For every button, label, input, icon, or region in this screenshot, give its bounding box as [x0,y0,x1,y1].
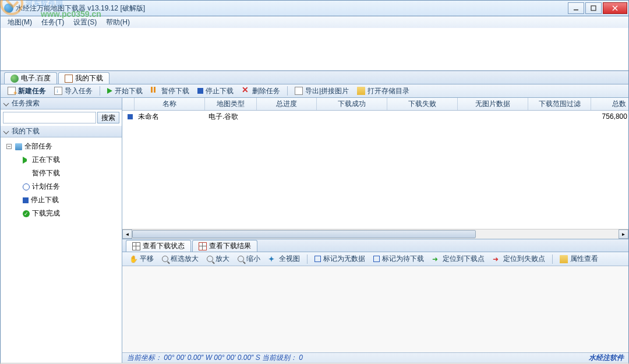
minimize-button[interactable] [568,2,584,14]
collapse-icon[interactable]: − [6,144,12,149]
delete-task-button[interactable]: ✕删除任务 [238,85,284,97]
search-button[interactable]: 搜索 [97,112,119,123]
check-icon: ✓ [23,210,30,217]
goto-download-button[interactable]: ➜定位到下载点 [429,253,488,265]
scroll-thumb[interactable] [132,230,476,238]
goto-fail-button[interactable]: ➜定位到失败点 [489,253,549,265]
mark-nodata-button[interactable]: 标记为无数据 [311,253,369,265]
export-stitch-button[interactable]: 导出|拼接图片 [291,85,352,97]
stop-download-button[interactable]: 停止下载 [194,85,237,97]
tab-download-status[interactable]: 查看下载状态 [126,240,191,252]
result-panel: 查看下载状态 查看下载结果 ✋平移 框选放大 放大 缩小 ✦全视图 标记为无数据… [122,239,628,363]
main-toolbar: 新建任务 导入任务 开始下载 暂停下载 停止下载 ✕删除任务 导出|拼接图片 打… [0,84,629,98]
coords-label: 当前坐标： 00° 00′ 0.00″ W 00° 00′ 0.00″ S 当前… [127,353,303,363]
clock-icon [23,183,30,190]
zoom-out-button[interactable]: 缩小 [234,253,264,265]
export-icon [295,87,303,95]
menu-map[interactable]: 地图(M) [3,16,37,29]
zoom-out-icon [238,256,244,262]
play-icon [23,157,30,164]
full-view-button[interactable]: ✦全视图 [265,253,303,265]
tab-label: 电子.百度 [21,73,51,83]
th-progress[interactable]: 总进度 [257,98,317,110]
folder-icon [357,87,365,95]
search-panel-header[interactable]: 任务搜索 [1,98,122,109]
open-folder-button[interactable]: 打开存储目录 [354,85,413,97]
tree-node-downloading[interactable]: 正在下载 [23,153,119,167]
cell-total: 756,800 [591,112,628,121]
th-type[interactable]: 地图类型 [205,98,257,110]
th-selector[interactable] [122,98,135,110]
brand-label: 水经注软件 [589,353,624,363]
import-icon [54,87,62,95]
tab-map-baidu[interactable]: 电子.百度 [4,72,57,84]
tree-node-stopped[interactable]: 停止下载 [23,193,119,207]
tab-download-result[interactable]: 查看下载结果 [192,240,257,252]
pause-icon [151,87,159,95]
tree-node-paused[interactable]: 暂停下载 [23,167,119,180]
tree-node-completed[interactable]: ✓下载完成 [23,207,119,220]
mark-pending-button[interactable]: 标记为待下载 [370,253,427,265]
grid-icon [132,242,140,250]
th-nopic[interactable]: 无图片数据 [458,98,528,110]
stop-icon [128,114,133,119]
table-body: 未命名 电子.谷歌 756,800 [122,111,628,229]
tree-root-all-tasks[interactable]: − 全部任务 [6,140,119,153]
properties-button[interactable]: 属性查看 [556,253,602,265]
import-task-button[interactable]: 导入任务 [51,85,96,97]
list-icon [65,75,73,83]
th-name[interactable]: 名称 [135,98,205,110]
tree-node-planned[interactable]: 计划任务 [23,180,119,193]
zoom-rect-button[interactable]: 框选放大 [158,253,202,265]
delete-icon: ✕ [242,87,250,95]
menu-help[interactable]: 帮助(H) [101,16,135,29]
pan-button[interactable]: ✋平移 [126,253,157,265]
target-icon [314,256,321,262]
scroll-right-button[interactable]: ► [619,229,628,239]
search-input[interactable] [3,112,96,123]
th-success[interactable]: 下载成功 [317,98,387,110]
new-icon [8,87,16,95]
th-fail[interactable]: 下载失败 [387,98,458,110]
new-task-button[interactable]: 新建任务 [4,85,50,97]
horizontal-scrollbar[interactable]: ◄ ► [122,229,628,239]
maximize-button[interactable] [585,2,602,14]
cell-name: 未命名 [135,112,205,122]
hand-icon: ✋ [129,255,137,263]
th-total[interactable]: 总数 [591,98,628,110]
stop-icon [23,197,29,203]
content-pane: 名称 地图类型 总进度 下载成功 下载失败 无图片数据 下载范围过滤 总数 未命… [122,98,628,363]
play-icon [107,88,112,94]
cell-type: 电子.谷歌 [205,112,257,122]
start-download-button[interactable]: 开始下载 [104,85,146,97]
watermark-url: www.pc0359.cn [41,9,101,19]
arrow-right-icon: ➜ [432,255,440,263]
main-tabs: 电子.百度 我的下载 [0,71,629,84]
downloads-panel-header[interactable]: 我的下载 [1,126,122,137]
th-filter[interactable]: 下载范围过滤 [528,98,591,110]
tab-my-downloads[interactable]: 我的下载 [58,72,109,84]
result-tabs: 查看下载状态 查看下载结果 [122,239,628,252]
table-row[interactable]: 未命名 电子.谷歌 756,800 [122,111,628,122]
separator [287,86,288,96]
top-panel [0,28,629,71]
separator [307,255,308,264]
arrow-right-red-icon: ➜ [493,255,501,263]
pause-download-button[interactable]: 暂停下载 [147,85,193,97]
fullview-icon: ✦ [268,255,277,263]
result-toolbar: ✋平移 框选放大 放大 缩小 ✦全视图 标记为无数据 标记为待下载 ➜定位到下载… [122,252,628,266]
scroll-left-button[interactable]: ◄ [122,229,132,239]
tasks-icon [15,143,22,150]
svg-rect-1 [591,6,596,10]
result-viewport[interactable] [122,266,628,352]
properties-icon [560,255,568,263]
close-button[interactable] [603,2,627,14]
globe-icon [10,75,19,83]
separator [552,255,553,264]
task-tree: − 全部任务 正在下载 暂停下载 计划任务 停止下载 ✓下载完成 [1,137,122,222]
result-statusbar: 当前坐标： 00° 00′ 0.00″ W 00° 00′ 0.00″ S 当前… [122,352,628,363]
target-icon [373,256,380,262]
grid-icon [199,242,207,250]
zoom-in-button[interactable]: 放大 [203,253,233,265]
magnify-icon [162,256,168,262]
